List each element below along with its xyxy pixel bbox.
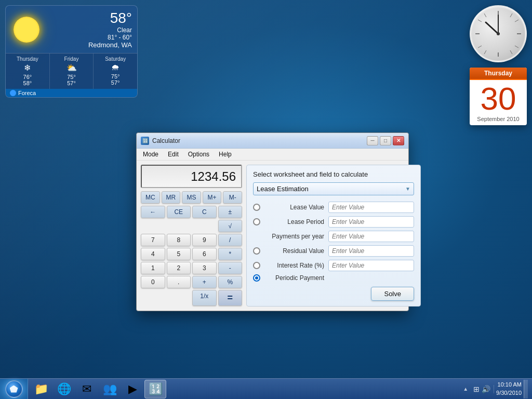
label-payments-per-year: Payments per year [264,233,324,240]
button-2[interactable]: 2 [167,262,191,274]
taskbar-calculator[interactable]: 🔢 [144,380,166,398]
input-residual-value[interactable] [328,245,414,257]
taskbar-time: 10:10 AM [496,381,522,389]
menu-help[interactable]: Help [215,150,236,159]
field-row-lease-value: Lease Value [253,202,414,213]
taskbar-mediaplayer[interactable]: ▶ [122,380,143,398]
button-ms[interactable]: MS [182,191,201,204]
button-1[interactable]: 1 [141,262,165,274]
button-sqrt[interactable]: √ [218,220,243,232]
calculator-title: Calculator [152,137,367,144]
input-lease-period[interactable] [328,216,414,228]
numpad: ←CEC±√789/456*123-0.+%1/x= [141,206,242,306]
radio-interest-rate[interactable] [253,262,260,269]
menu-options[interactable]: Options [184,150,214,159]
solve-row: Solve [253,287,414,301]
button-divide[interactable]: / [218,234,243,246]
button-minus[interactable]: - [218,262,243,274]
svg-point-14 [497,32,500,35]
volume-icon[interactable]: 🔊 [482,385,490,393]
maximize-button[interactable]: □ [380,136,391,145]
taskbar-mail[interactable]: ✉ [76,380,98,398]
solve-button[interactable]: Solve [371,287,414,301]
button-7[interactable]: 7 [141,234,165,246]
svg-line-12 [486,22,498,34]
button-equals[interactable]: = [218,290,243,306]
radio-lease-value[interactable] [253,204,260,211]
start-orb [5,380,23,398]
button-4[interactable]: 4 [141,248,165,260]
window-controls: ─ □ ✕ [367,136,404,145]
mediaplayer-icon: ▶ [128,382,137,396]
label-interest-rate: Interest Rate (%) [264,262,324,269]
taskbar-clock[interactable]: 10:10 AM 9/30/2010 [496,381,522,397]
button-0[interactable]: 0 [141,276,165,288]
minimize-button[interactable]: ─ [367,136,378,145]
calculator-display: 1234.56 [141,165,242,188]
radio-periodic-payment[interactable] [253,274,260,282]
button-plus[interactable]: + [192,276,217,288]
button-ce[interactable]: CE [167,206,191,218]
button-3[interactable]: 3 [192,262,217,274]
label-lease-value: Lease Value [264,204,324,211]
start-button[interactable] [0,379,28,400]
button-plusminus[interactable]: ± [218,206,243,218]
taskbar-explorer[interactable]: 📁 [30,380,52,398]
button-backspace[interactable]: ← [141,206,165,218]
field-row-payments-per-year: Payments per year [253,231,414,242]
weather-forecast: Thursday ❄ 76° 58° Friday ⛅ 75° 57° Satu… [6,53,137,89]
worksheet-dropdown[interactable]: Lease Estimation ▼ [253,182,414,195]
worksheet-prompt: Select worksheet and field to calculate [253,170,414,178]
label-periodic-payment: Periodic Payment [264,274,324,282]
svg-line-7 [478,20,482,22]
button-reciprocal[interactable]: 1/x [192,290,217,306]
svg-line-9 [478,46,482,48]
button-clear[interactable]: C [192,206,217,218]
forecast-day-1: Friday ⛅ 75° 57° [50,54,94,89]
taskbar-apps: 📁 🌐 ✉ 👥 ▶ 🔢 [28,380,168,398]
button-mr[interactable]: MR [162,191,181,204]
taskbar-ie[interactable]: 🌐 [53,380,75,398]
input-payments-per-year[interactable] [328,231,414,242]
button-mplus[interactable]: M+ [203,191,222,204]
weather-sun-icon [11,12,47,46]
button-mminus[interactable]: M- [223,191,242,204]
button-multiply[interactable]: * [218,248,243,260]
worksheet-panel: Select worksheet and field to calculate … [246,165,421,307]
input-lease-value[interactable] [328,202,414,213]
calculator-taskbar-icon: 🔢 [149,382,163,396]
field-row-interest-rate: Interest Rate (%) [253,260,414,271]
button-percent[interactable]: % [218,276,243,288]
svg-line-11 [484,50,486,54]
menu-mode[interactable]: Mode [139,150,163,159]
button-mc[interactable]: MC [141,191,160,204]
network-icon[interactable]: ⊞ [473,385,480,393]
radio-residual-value[interactable] [253,247,260,255]
field-row-lease-period: Lease Period [253,216,414,228]
radio-lease-period[interactable] [253,218,260,225]
taskbar-right: ▲ ⊞ 🔊 10:10 AM 9/30/2010 [463,380,532,398]
tray-expand-icon[interactable]: ▲ [463,386,468,392]
show-desktop-button[interactable] [524,380,528,398]
weather-source: Foreca [6,89,137,97]
button-decimal[interactable]: . [167,276,191,288]
button-9[interactable]: 9 [192,234,217,246]
calendar-month-year: September 2010 [470,115,527,125]
clock-svg [471,7,525,61]
button-8[interactable]: 8 [167,234,191,246]
taskbar-messenger[interactable]: 👥 [99,380,121,398]
calculator-menubar: Mode Edit Options Help [137,149,408,161]
field-row-periodic-payment: Periodic Payment [253,274,414,282]
menu-edit[interactable]: Edit [164,150,183,159]
input-interest-rate[interactable] [328,260,414,271]
windows-logo-icon [10,385,18,393]
button-5[interactable]: 5 [167,248,191,260]
close-button[interactable]: ✕ [393,136,404,145]
calculator-numpad-panel: 1234.56 MC MR MS M+ M- ←CEC±√789/456*123… [141,165,242,307]
clock-widget [470,5,527,62]
weather-range: 81° - 60° [47,34,132,41]
svg-line-5 [484,14,486,17]
button-6[interactable]: 6 [192,248,217,260]
explorer-icon: 📁 [34,382,48,396]
svg-line-4 [510,14,512,17]
